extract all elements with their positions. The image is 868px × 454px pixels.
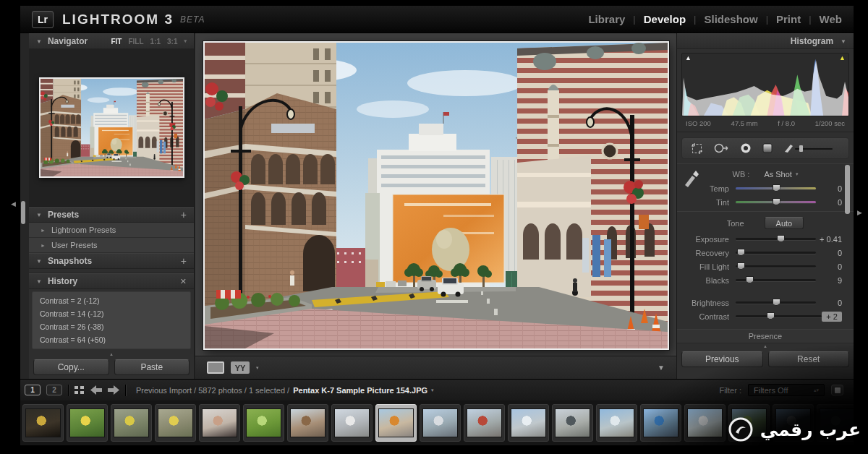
history-header[interactable]: ▼ History ✕: [29, 273, 194, 289]
filmstrip-thumb-5[interactable]: [199, 404, 240, 442]
spot-removal-icon[interactable]: [714, 142, 729, 154]
presets-header[interactable]: ▼ Presets +: [29, 207, 194, 223]
red-eye-correction-icon[interactable]: [740, 142, 752, 154]
copy-button[interactable]: Copy...: [33, 359, 109, 375]
slider-track[interactable]: [736, 252, 816, 254]
navigator-preview[interactable]: [29, 49, 194, 207]
white-balance-dropper-icon[interactable]: [683, 168, 699, 190]
filmstrip-thumb-8[interactable]: [331, 404, 373, 442]
next-photo-arrow-icon[interactable]: [108, 385, 119, 395]
auto-tone-button[interactable]: Auto: [765, 217, 804, 229]
slider-track[interactable]: [736, 301, 816, 304]
before-after-icon[interactable]: YY: [231, 361, 250, 374]
histogram-plot[interactable]: ▲ ▲: [681, 53, 849, 116]
graduated-filter-icon[interactable]: [762, 142, 773, 154]
slider-brightness[interactable]: Brightness0: [677, 296, 854, 309]
slider-thumb-icon[interactable]: [773, 299, 780, 306]
previous-photo-arrow-icon[interactable]: [90, 385, 102, 395]
history-step[interactable]: Contrast = 64 (+50): [33, 333, 190, 346]
preset-folder-row[interactable]: ►Lightroom Presets: [29, 223, 194, 238]
slider-track[interactable]: [736, 265, 816, 267]
add-snapshot-button[interactable]: +: [181, 255, 187, 267]
filmstrip-thumb-10[interactable]: [420, 404, 461, 442]
slider-thumb-icon[interactable]: [773, 184, 780, 192]
slider-thumb-icon[interactable]: [746, 276, 754, 283]
adjustment-brush-icon[interactable]: [783, 142, 835, 154]
filmstrip-thumb-16[interactable]: [684, 404, 726, 442]
crop-overlay-icon[interactable]: [691, 142, 703, 155]
slider-track[interactable]: [736, 238, 816, 240]
toolbar-collapse-icon[interactable]: ▼: [658, 364, 665, 372]
filmstrip-thumb-11[interactable]: [464, 404, 505, 442]
slider-temp[interactable]: Temp0: [677, 181, 854, 195]
module-tab-library[interactable]: Library: [588, 13, 625, 25]
filmstrip-thumb-6[interactable]: [243, 404, 284, 442]
module-tab-develop[interactable]: Develop: [644, 13, 686, 25]
module-tab-print[interactable]: Print: [776, 13, 801, 25]
slider-thumb-icon[interactable]: [737, 249, 745, 256]
zoom-option-fill[interactable]: FILL: [128, 38, 143, 46]
left-panel-scrollbar[interactable]: [21, 201, 25, 224]
highlight-clipping-icon[interactable]: ▲: [839, 55, 846, 61]
slider-thumb-icon[interactable]: [767, 312, 775, 320]
slider-exposure[interactable]: Exposure+ 0.41: [677, 232, 854, 246]
photo-canvas[interactable]: [203, 41, 669, 350]
right-panel-collapse-icon[interactable]: ▶: [857, 210, 862, 216]
slider-track[interactable]: [736, 279, 816, 281]
history-step[interactable]: Contrast = 26 (-38): [33, 320, 190, 333]
history-step[interactable]: Contrast = 2 (-12): [33, 294, 190, 307]
previous-button[interactable]: Previous: [681, 351, 763, 367]
slider-recovery[interactable]: Recovery0: [677, 246, 854, 260]
filmstrip-thumb-12[interactable]: [508, 404, 549, 442]
snapshots-header[interactable]: ▼ Snapshots +: [29, 253, 194, 269]
filmstrip-thumb-1[interactable]: [22, 404, 64, 442]
paste-button[interactable]: Paste: [114, 359, 190, 375]
clear-history-button[interactable]: ✕: [180, 277, 187, 286]
histogram-header[interactable]: Histogram ▼: [677, 33, 854, 49]
wb-value-dropdown[interactable]: As Shot ▾: [764, 170, 798, 179]
module-tab-web[interactable]: Web: [820, 13, 842, 25]
filmstrip-thumb-2[interactable]: [67, 404, 108, 442]
left-panel-collapse-icon[interactable]: ◀: [11, 201, 16, 207]
slider-track[interactable]: [736, 187, 816, 189]
filmstrip-thumb-4[interactable]: [155, 404, 196, 442]
navigator-thumbnail[interactable]: [39, 77, 184, 178]
module-tab-slideshow[interactable]: Slideshow: [704, 13, 757, 25]
source-breadcrumb[interactable]: Previous Import / 5872 photos / 1 select…: [136, 386, 434, 395]
zoom-option-3-1[interactable]: 3:1: [167, 38, 177, 46]
right-panel-scrollbar[interactable]: [845, 165, 850, 214]
add-preset-button[interactable]: +: [181, 209, 187, 220]
filmstrip-thumb-3[interactable]: [111, 404, 152, 442]
second-window-button[interactable]: 2: [46, 385, 62, 395]
zoom-option-fit[interactable]: FIT: [111, 38, 122, 46]
slider-thumb-icon[interactable]: [737, 262, 745, 270]
filmstrip-thumb-9[interactable]: [375, 404, 417, 442]
slider-thumb-icon[interactable]: [773, 198, 780, 205]
slider-tint[interactable]: Tint0: [677, 195, 854, 209]
shadow-clipping-icon[interactable]: ▲: [685, 55, 692, 61]
filter-toggle-switch[interactable]: [831, 385, 843, 395]
filter-dropdown[interactable]: Filters Off ▴▾: [748, 384, 825, 396]
presence-header[interactable]: Presence: [677, 329, 854, 343]
slider-track[interactable]: [736, 315, 822, 317]
slider-fill-light[interactable]: Fill Light0: [677, 260, 854, 273]
slider-contrast[interactable]: Contrast+ 2: [677, 309, 854, 323]
navigator-header[interactable]: ▼ Navigator FITFILL1:13:1▾: [29, 33, 194, 49]
main-window-button[interactable]: 1: [25, 385, 41, 395]
filmstrip-thumb-14[interactable]: [596, 404, 637, 442]
filmstrip-thumb-13[interactable]: [552, 404, 593, 442]
filmstrip-thumb-7[interactable]: [287, 404, 328, 442]
before-after-caret-icon[interactable]: ▾: [256, 365, 259, 371]
slider-thumb-icon[interactable]: [777, 235, 785, 242]
grid-view-icon[interactable]: [75, 386, 85, 395]
reset-button[interactable]: Reset: [768, 351, 850, 367]
zoom-caret-icon[interactable]: ▾: [184, 38, 187, 44]
slider-track[interactable]: [736, 201, 816, 203]
loupe-view-icon[interactable]: [207, 361, 224, 374]
slider-blacks[interactable]: Blacks9: [677, 273, 854, 287]
history-step[interactable]: Contrast = 14 (-12): [33, 307, 190, 320]
zoom-option-1-1[interactable]: 1:1: [150, 38, 161, 46]
filmstrip-thumb-15[interactable]: [640, 404, 681, 442]
preset-folder-row[interactable]: ►User Presets: [29, 238, 194, 253]
white-balance-row[interactable]: WB : As Shot ▾: [677, 166, 854, 181]
